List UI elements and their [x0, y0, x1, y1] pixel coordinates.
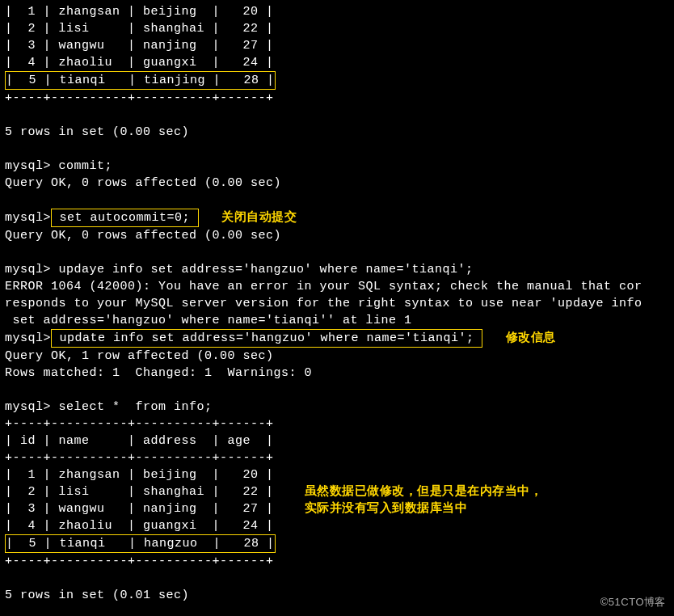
- blank-line: [5, 244, 669, 261]
- table-separator: +----+----------+----------+------+: [5, 416, 669, 432]
- table-row: | 3 | wangwu | nanjing | 27 |: [5, 37, 669, 54]
- highlighted-command[interactable]: update info set address='hangzuo' where …: [51, 329, 482, 348]
- update-ok-line: mysql> update info set address='hangzuo'…: [5, 329, 669, 348]
- table-row: | 4 | zhaoliu | guangxi | 24 |: [5, 517, 669, 534]
- highlighted-row: | 5 | tianqi | tianjing | 28 |: [5, 71, 276, 90]
- annotation-update: 修改信息: [506, 330, 556, 347]
- table-header: | id | name | address | age |: [5, 432, 669, 449]
- query-result: Query OK, 1 row affected (0.00 sec): [5, 348, 669, 365]
- blank-line: [5, 382, 669, 399]
- error-message: ERROR 1064 (42000): You have an error in…: [5, 278, 669, 295]
- table-row: | 3 | wangwu | nanjing | 27 |: [5, 500, 274, 517]
- table-separator: +----+----------+----------+------+: [5, 90, 669, 107]
- result-footer: 5 rows in set (0.00 sec): [5, 124, 669, 141]
- mysql-prompt-error[interactable]: mysql> updaye info set address='hangzuo'…: [5, 261, 669, 278]
- blank-line: [5, 570, 669, 587]
- highlighted-row: | 5 | tianqi | hangzuo | 28 |: [5, 534, 276, 553]
- annotation-autocommit: 关闭自动提交: [221, 209, 297, 226]
- watermark: ©51CTO博客: [600, 595, 666, 610]
- mysql-prompt-prefix: mysql>: [5, 330, 51, 347]
- mysql-prompt[interactable]: mysql> select * from info;: [5, 399, 669, 416]
- mysql-prompt[interactable]: mysql> commit;: [5, 158, 669, 175]
- mysql-prompt-prefix: mysql>: [5, 209, 51, 226]
- blank-line: [5, 141, 669, 158]
- result-footer: 5 rows in set (0.01 sec): [5, 587, 669, 604]
- annotation-memory-line1: 虽然数据已做修改，但是只是在内存当中，: [305, 483, 543, 500]
- table-row: | 2 | lisi | shanghai | 22 |: [5, 20, 669, 37]
- query-result: Rows matched: 1 Changed: 1 Warnings: 0: [5, 365, 669, 382]
- table-row: | 1 | zhangsan | beijing | 20 |: [5, 3, 669, 20]
- table-row: | 1 | zhangsan | beijing | 20 |: [5, 466, 669, 483]
- table-separator: +----+----------+----------+------+: [5, 449, 669, 466]
- blank-line: [5, 192, 669, 209]
- terminal-output: | 1 | zhangsan | beijing | 20 | | 2 | li…: [5, 3, 669, 604]
- annotation-memory-line2: 实际并没有写入到数据库当中: [305, 500, 468, 517]
- table-row: | 2 | lisi | shanghai | 22 |: [5, 483, 274, 500]
- error-message: set address='hangzuo' where name='tianqi…: [5, 312, 669, 329]
- query-result: Query OK, 0 rows affected (0.00 sec): [5, 175, 669, 192]
- highlighted-command[interactable]: set autocommit=0;: [51, 209, 199, 227]
- table-separator: +----+----------+----------+------+: [5, 553, 669, 570]
- blank-line: [5, 107, 669, 124]
- table-row: | 4 | zhaoliu | guangxi | 24 |: [5, 54, 669, 71]
- error-message: responds to your MySQL server version fo…: [5, 295, 669, 312]
- query-result: Query OK, 0 rows affected (0.00 sec): [5, 227, 669, 244]
- autocommit-line: mysql> set autocommit=0; 关闭自动提交: [5, 209, 669, 227]
